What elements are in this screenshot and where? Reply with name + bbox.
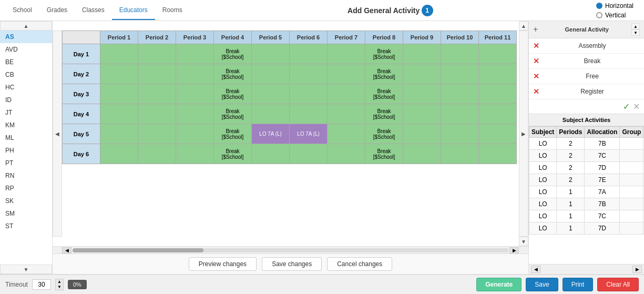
ga-remove-register[interactable]: ✕ — [533, 87, 539, 96]
timetable-cell[interactable] — [403, 64, 441, 84]
horiz-scroll-left[interactable]: ◀ — [62, 247, 71, 254]
timetable-cell[interactable] — [403, 104, 441, 124]
sidebar-item-as[interactable]: AS — [0, 31, 52, 43]
close-button[interactable]: ✕ — [633, 102, 640, 111]
timetable-cell[interactable] — [138, 64, 176, 84]
sidebar-item-pt[interactable]: PT — [0, 157, 52, 169]
timetable-cell[interactable]: Break[$School] — [365, 84, 403, 104]
sidebar-item-hc[interactable]: HC — [0, 81, 52, 94]
timetable-cell[interactable] — [138, 104, 176, 124]
sidebar-item-be[interactable]: BE — [0, 56, 52, 68]
timetable-cell[interactable] — [176, 44, 214, 64]
timetable-cell[interactable] — [441, 144, 479, 164]
timetable-cell[interactable] — [441, 104, 479, 124]
print-button[interactable]: Print — [563, 278, 594, 291]
sidebar-item-cb[interactable]: CB — [0, 68, 52, 81]
timetable-cell[interactable] — [479, 44, 517, 64]
timetable-cell[interactable]: Break[$School] — [214, 124, 252, 144]
timetable-cell[interactable]: Break[$School] — [214, 84, 252, 104]
timetable-cell[interactable] — [403, 44, 441, 64]
sidebar-item-km[interactable]: KM — [0, 119, 52, 131]
timetable-cell[interactable]: Break[$School] — [214, 144, 252, 164]
preview-changes-button[interactable]: Preview changes — [189, 257, 257, 271]
sidebar-item-rn[interactable]: RN — [0, 169, 52, 182]
timeout-input[interactable] — [32, 279, 51, 290]
ga-remove-break[interactable]: ✕ — [533, 57, 539, 65]
timetable-cell[interactable] — [100, 44, 138, 64]
timetable-cell[interactable]: Break[$School] — [365, 44, 403, 64]
timetable-cell[interactable] — [479, 124, 517, 144]
timetable-cell[interactable] — [290, 84, 328, 104]
timetable-cell[interactable]: LO 7A (L) — [252, 124, 290, 144]
sidebar-item-st[interactable]: ST — [0, 220, 52, 232]
timetable-cell[interactable] — [252, 144, 290, 164]
sidebar-item-sk[interactable]: SK — [0, 195, 52, 207]
timetable-cell[interactable] — [100, 124, 138, 144]
save-button[interactable]: Save — [526, 278, 558, 291]
timetable-cell[interactable] — [479, 64, 517, 84]
sidebar-item-id[interactable]: ID — [0, 94, 52, 106]
subject-table-scroll[interactable]: SubjectPeriodsAllocationGroupActiveLO27B… — [529, 126, 644, 264]
clear-all-button[interactable]: Clear All — [597, 278, 639, 291]
confirm-button[interactable]: ✓ — [623, 102, 630, 111]
timetable-cell[interactable] — [176, 64, 214, 84]
horizontal-option[interactable]: Horizontal — [596, 2, 633, 9]
timeout-increment[interactable]: ▲ — [56, 279, 63, 285]
add-general-activity-plus[interactable]: + — [533, 25, 538, 34]
timetable-cell[interactable] — [100, 64, 138, 84]
timetable-cell[interactable] — [290, 64, 328, 84]
timetable-cell[interactable]: Break[$School] — [214, 44, 252, 64]
sidebar-item-ph[interactable]: PH — [0, 144, 52, 157]
timetable-cell[interactable] — [290, 144, 328, 164]
timetable-cell[interactable] — [138, 144, 176, 164]
timetable-cell[interactable] — [176, 144, 214, 164]
sidebar-item-sm[interactable]: SM — [0, 207, 52, 220]
sidebar-item-avd[interactable]: AVD — [0, 43, 52, 56]
cancel-changes-button[interactable]: Cancel changes — [327, 257, 392, 271]
grid-scroll-down[interactable]: ▼ — [519, 237, 528, 246]
nav-tab-grades[interactable]: Grades — [39, 1, 75, 20]
timetable-cell[interactable] — [176, 124, 214, 144]
timetable-cell[interactable]: Break[$School] — [365, 144, 403, 164]
ga-scroll-down[interactable]: ▼ — [631, 29, 640, 36]
nav-tab-classes[interactable]: Classes — [75, 1, 112, 20]
timetable-cell[interactable]: Break[$School] — [365, 104, 403, 124]
timetable-cell[interactable] — [252, 84, 290, 104]
ga-remove-assembly[interactable]: ✕ — [533, 42, 539, 50]
grid-scroll-left[interactable]: ◀ — [53, 31, 62, 237]
timetable-cell[interactable] — [252, 104, 290, 124]
timetable-cell[interactable]: Break[$School] — [214, 104, 252, 124]
timetable-cell[interactable] — [441, 84, 479, 104]
timetable-cell[interactable]: Break[$School] — [214, 64, 252, 84]
nav-tab-school[interactable]: School — [5, 1, 39, 20]
timetable-cell[interactable] — [441, 44, 479, 64]
timetable-cell[interactable] — [252, 64, 290, 84]
timetable-cell[interactable] — [100, 84, 138, 104]
timetable-cell[interactable] — [176, 104, 214, 124]
timetable-cell[interactable] — [328, 144, 365, 164]
timetable-cell[interactable] — [441, 124, 479, 144]
timetable-cell[interactable] — [328, 84, 365, 104]
timetable-cell[interactable] — [328, 44, 365, 64]
timetable-cell[interactable]: Break[$School] — [365, 124, 403, 144]
timetable-cell[interactable] — [138, 84, 176, 104]
timetable-cell[interactable] — [290, 104, 328, 124]
timetable-cell[interactable]: LO 7A (L) — [290, 124, 328, 144]
timetable-cell[interactable] — [479, 144, 517, 164]
timetable-cell[interactable] — [138, 44, 176, 64]
horiz-scroll-right[interactable]: ▶ — [509, 247, 519, 254]
generate-button[interactable]: Generate — [476, 278, 522, 291]
vertical-option[interactable]: Vertical — [596, 12, 626, 19]
grid-scroll-right[interactable]: ▶ — [519, 31, 528, 237]
timetable-cell[interactable] — [328, 124, 365, 144]
timetable-cell[interactable] — [479, 104, 517, 124]
timetable-cell[interactable] — [290, 44, 328, 64]
nav-tab-rooms[interactable]: Rooms — [155, 1, 190, 20]
save-changes-button[interactable]: Save changes — [262, 257, 322, 271]
timetable-cell[interactable] — [403, 84, 441, 104]
timetable-cell[interactable] — [403, 124, 441, 144]
sidebar-item-jt[interactable]: JT — [0, 106, 52, 119]
timetable-cell[interactable] — [328, 104, 365, 124]
grid-scroll-up[interactable]: ▲ — [519, 21, 528, 31]
sidebar-item-ml[interactable]: ML — [0, 131, 52, 144]
